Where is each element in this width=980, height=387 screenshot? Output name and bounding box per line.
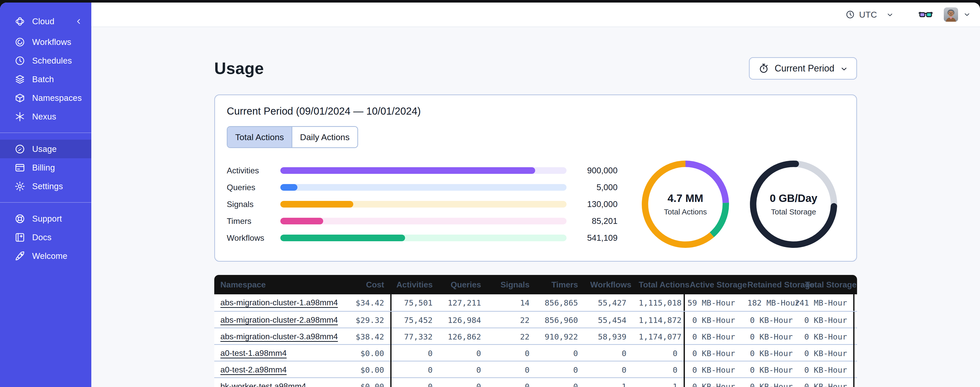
chevron-down-icon: [886, 11, 894, 18]
cell-total-storage: 0 KB-Hour: [799, 378, 854, 387]
card-title: Current Period (09/01/2024 — 10/01/2024): [227, 106, 845, 117]
cell-timers: 0: [536, 382, 584, 387]
cell-retained-storage: 0 KB-Hour: [741, 332, 799, 341]
bar-fill: [280, 201, 353, 208]
namespace-link[interactable]: a0-test-2.a98mm4: [220, 365, 287, 374]
chevron-down-icon: [840, 65, 848, 72]
cell-workflows: 0: [584, 365, 633, 374]
sidebar-item-label: Docs: [32, 233, 51, 242]
clock-icon: [845, 10, 855, 19]
bar-value: 5,000: [566, 182, 617, 192]
namespace-link[interactable]: abs-migration-cluster-1.a98mm4: [220, 298, 338, 307]
tab-total-actions[interactable]: Total Actions: [228, 127, 291, 147]
sidebar-item-welcome[interactable]: Welcome: [0, 246, 91, 265]
column-header-queries: Queries: [439, 280, 487, 289]
timezone-label: UTC: [859, 10, 877, 20]
period-selector-button[interactable]: Current Period: [749, 57, 857, 80]
timezone-selector[interactable]: UTC: [845, 10, 894, 20]
cell-retained-storage: 0 KB-Hour: [741, 365, 799, 374]
bar-value: 130,000: [566, 199, 617, 209]
total-storage-value: 0 GB/Day: [770, 192, 818, 205]
cell-activities: 75,452: [390, 312, 439, 328]
batch-icon: [14, 74, 25, 85]
page-title: Usage: [214, 59, 264, 78]
sidebar-item-label: Nexus: [32, 112, 56, 122]
cell-queries: 127,211: [439, 298, 487, 307]
cell-cost: $0.00: [329, 365, 390, 374]
sidebar-item-label: Settings: [32, 182, 63, 191]
namespace-cell: a0-test-1.a98mm4: [214, 349, 329, 358]
bar-fill: [280, 167, 535, 174]
column-header-cost: Cost: [329, 280, 390, 289]
workflows-icon: [14, 37, 25, 48]
cell-total-storage: 241 MB-Hour: [799, 294, 854, 311]
namespace-link[interactable]: abs-migration-cluster-3.a98mm4: [220, 332, 338, 341]
bar-label: Timers: [227, 216, 280, 226]
sidebar-item-schedules[interactable]: Schedules: [0, 51, 91, 70]
namespace-cell: a0-test-2.a98mm4: [214, 365, 329, 374]
cell-workflows: 0: [584, 349, 633, 358]
cell-workflows: 55,454: [584, 315, 633, 325]
namespace-cell: abs-migration-cluster-2.a98mm4: [214, 315, 329, 325]
cell-total-storage: 0 KB-Hour: [799, 345, 854, 361]
user-avatar[interactable]: [944, 7, 958, 22]
sidebar-collapse-icon[interactable]: [75, 16, 83, 27]
table-row-abs-migration-cluster-2-a98mm4: abs-migration-cluster-2.a98mm4$29.3275,4…: [214, 311, 857, 328]
cell-queries: 126,862: [439, 332, 487, 341]
sidebar-divider: [0, 133, 91, 133]
sidebar-item-workflows[interactable]: Workflows: [0, 33, 91, 51]
bar-value: 541,109: [566, 233, 617, 243]
column-header-signals: Signals: [487, 280, 536, 289]
table-row-a0-test-2-a98mm4: a0-test-2.a98mm4$0.000000000 KB-Hour0 KB…: [214, 361, 857, 377]
cell-activities: 0: [390, 361, 439, 378]
welcome-icon: [14, 250, 25, 262]
cell-activities: 0: [390, 345, 439, 361]
sidebar-item-batch[interactable]: Batch: [0, 70, 91, 89]
period-selector-label: Current Period: [775, 63, 834, 74]
bar-label: Activities: [227, 166, 280, 175]
bar-label: Signals: [227, 200, 280, 209]
docs-icon: [14, 232, 25, 243]
sidebar-item-billing[interactable]: Billing: [0, 158, 91, 177]
billing-icon: [14, 162, 25, 173]
cell-total-actions: 1,115,018: [633, 298, 684, 307]
cell-active-storage: 0 KB-Hour: [684, 345, 741, 361]
tab-daily-actions[interactable]: Daily Actions: [291, 127, 357, 147]
usage-bar-row-activities: Activities900,000: [227, 167, 617, 174]
sidebar-item-support[interactable]: Support: [0, 209, 91, 228]
sidebar-item-usage[interactable]: Usage: [0, 140, 91, 158]
total-actions-donut: 4.7 MM Total Actions: [641, 159, 730, 249]
chevron-down-icon[interactable]: [963, 11, 971, 18]
table-body: abs-migration-cluster-1.a98mm4$34.4275,5…: [214, 294, 857, 387]
cell-activities: 77,332: [390, 328, 439, 345]
app-window: Cloud WorkflowsSchedulesBatchNamespacesN…: [0, 3, 980, 387]
usage-bar-row-signals: Signals130,000: [227, 201, 617, 208]
sidebar-item-docs[interactable]: Docs: [0, 228, 91, 246]
sidebar-item-label: Schedules: [32, 56, 72, 66]
sidebar-divider: [0, 202, 91, 203]
sidebar-item-label: Usage: [32, 144, 57, 154]
namespace-link[interactable]: a0-test-1.a98mm4: [220, 349, 287, 358]
nerd-glasses-icon[interactable]: [918, 7, 933, 22]
bar-fill: [280, 184, 298, 191]
cell-timers: 910,922: [536, 332, 584, 341]
cell-retained-storage: 182 MB-Hour: [741, 298, 799, 307]
namespaces-icon: [14, 93, 25, 104]
bar-track: [280, 235, 566, 241]
namespace-cell: bk-worker-test.a98mm4: [214, 382, 329, 387]
sidebar-item-namespaces[interactable]: Namespaces: [0, 89, 91, 107]
cell-cost: $0.00: [329, 382, 390, 387]
namespace-link[interactable]: bk-worker-test.a98mm4: [220, 382, 306, 387]
namespace-cell: abs-migration-cluster-1.a98mm4: [214, 298, 329, 307]
table-row-bk-worker-test-a98mm4: bk-worker-test.a98mm4$0.000000110 KB-Hou…: [214, 377, 857, 387]
sidebar-item-settings[interactable]: Settings: [0, 177, 91, 195]
cell-cost: $38.42: [329, 332, 390, 341]
cell-active-storage: 0 KB-Hour: [684, 378, 741, 387]
namespace-link[interactable]: abs-migration-cluster-2.a98mm4: [220, 315, 338, 325]
sidebar-item-nexus[interactable]: Nexus: [0, 107, 91, 126]
table-row-abs-migration-cluster-1-a98mm4: abs-migration-cluster-1.a98mm4$34.4275,5…: [214, 294, 857, 311]
sidebar-brand-cloud[interactable]: Cloud: [0, 10, 91, 33]
cell-retained-storage: 0 KB-Hour: [741, 349, 799, 358]
cell-total-storage: 0 KB-Hour: [799, 361, 854, 378]
column-header-timers: Timers: [536, 280, 584, 289]
